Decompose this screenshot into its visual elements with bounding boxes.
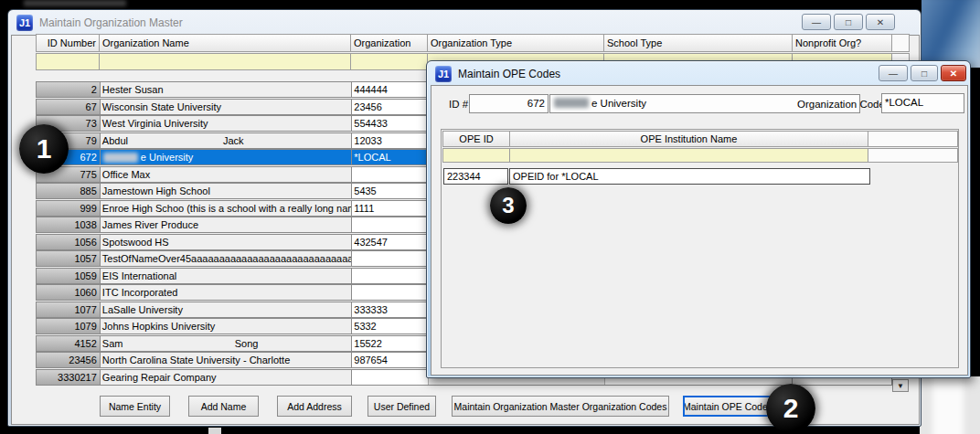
dialog-minimize-button[interactable]: — [879, 65, 908, 81]
desktop-wallpaper-blur [921, 0, 980, 68]
cell-organization-name[interactable]: EIS International [101, 269, 351, 283]
cell-organization-code[interactable]: 444444 [351, 82, 428, 97]
column-header-organization-code[interactable]: Organization Code [350, 34, 428, 52]
cell-organization-code[interactable]: 554433 [351, 116, 428, 131]
user-defined-button[interactable]: User Defined [368, 396, 436, 417]
dialog-close-button[interactable]: ✕ [941, 65, 966, 81]
cell-id-number[interactable]: 1056 [37, 235, 101, 249]
filter-input-id-number[interactable] [36, 53, 100, 70]
close-icon: ✕ [950, 69, 957, 79]
filter-input-organization-code[interactable] [350, 53, 428, 70]
cell-organization-name[interactable]: West Virginia University [101, 116, 351, 131]
column-header-school-type[interactable]: School Type [603, 34, 793, 52]
cell-organization-code[interactable]: 333333 [351, 302, 428, 317]
cell-organization-code[interactable]: 1111 [351, 201, 428, 216]
cell-organization-name[interactable]: LaSalle University [101, 302, 351, 317]
cell-id-number[interactable]: 4152 [37, 336, 101, 351]
column-header-ope-institution-name[interactable]: OPE Institution Name [509, 131, 868, 147]
cell-organization-name[interactable]: Sam Song [101, 336, 351, 351]
cell-organization-code[interactable]: 15522 [351, 336, 428, 351]
cell-organization-code[interactable]: 12033 [351, 133, 428, 148]
cell-organization-code[interactable]: 987654 [351, 353, 428, 367]
add-address-button[interactable]: Add Address [277, 396, 352, 417]
window-title: Maintain Organization Master [39, 16, 183, 29]
column-header-ope-id[interactable]: OPE ID [442, 131, 510, 147]
filter-input-organization-name[interactable] [99, 53, 351, 70]
minimize-button[interactable]: — [802, 14, 831, 30]
id-number-field[interactable]: 672 [469, 94, 549, 113]
add-name-button[interactable]: Add Name [188, 396, 259, 417]
cell-organization-name[interactable]: Jamestown High School [101, 184, 351, 198]
cell-id-number[interactable]: 2 [37, 82, 101, 97]
column-header-organization-type[interactable]: Organization Type [427, 34, 604, 52]
background-artifact [24, 0, 126, 6]
cell-organization-code[interactable]: 23456 [351, 100, 428, 114]
cell-organization-name[interactable]: Hester Susan [101, 82, 351, 97]
cell-organization-name[interactable]: TestOfNameOver45aaaaaaaaaaaaaaaaaaaaaaaa… [101, 251, 351, 266]
cell-organization-code[interactable]: 432547 [351, 235, 428, 249]
cell-organization-code[interactable] [351, 370, 428, 385]
organization-code-field[interactable]: *LOCAL [881, 93, 964, 113]
callout-1: 1 [19, 124, 69, 174]
cell-organization-code[interactable]: 5435 [351, 184, 428, 198]
cell-id-number[interactable]: 23456 [37, 353, 101, 367]
maintain-org-master-org-codes-button[interactable]: Maintain Organization Master Organizatio… [452, 396, 669, 417]
cell-organization-name[interactable]: Abdul Jack [101, 133, 351, 148]
minimize-icon: — [812, 17, 821, 27]
minimize-icon: — [889, 69, 898, 79]
redaction-blur [103, 153, 138, 163]
column-header-organization-name[interactable]: Organization Name [99, 34, 351, 52]
cell-ope-institution-name[interactable]: OPEID for *LOCAL [509, 168, 870, 185]
scrollbar-down-button[interactable]: ▼ [892, 379, 909, 392]
cell-organization-code[interactable] [351, 167, 428, 182]
cell-organization-name[interactable]: e University [101, 150, 351, 164]
filter-input-ope-institution-name[interactable] [509, 148, 868, 163]
callout-3: 3 [490, 187, 527, 224]
cell-id-number[interactable]: 1057 [37, 251, 101, 266]
background-artifact [208, 428, 221, 434]
cell-organization-code[interactable]: *LOCAL [351, 150, 428, 164]
cell-organization-name[interactable]: James River Produce [101, 217, 351, 232]
cell-organization-name[interactable]: Enroe High Schoo (this is a school with … [101, 201, 351, 216]
callout-2: 2 [766, 384, 815, 433]
cell-id-number[interactable]: 1077 [37, 302, 101, 317]
cell-organization-name[interactable]: Office Max [101, 167, 351, 182]
cell-id-number[interactable]: 885 [37, 184, 101, 198]
redaction-blur [554, 98, 589, 108]
name-entity-button[interactable]: Name Entity [100, 396, 170, 417]
cell-id-number[interactable]: 1038 [37, 217, 101, 232]
id-number-label: ID # [449, 99, 468, 110]
cell-organization-code[interactable] [351, 251, 428, 266]
cell-id-number[interactable]: 67 [37, 100, 101, 114]
cell-organization-name[interactable]: North Carolina State University - Charlo… [101, 353, 351, 367]
cell-id-number[interactable]: 999 [37, 201, 101, 216]
j1-app-icon: J1 [16, 15, 33, 31]
cell-organization-code[interactable] [351, 285, 428, 300]
desktop-window-blur [920, 376, 980, 434]
dialog-restore-button[interactable]: □ [911, 65, 938, 81]
cell-organization-code[interactable] [351, 217, 428, 232]
maximize-button[interactable]: □ [834, 14, 863, 30]
column-header-nonprofit-org[interactable]: Nonprofit Org? [792, 34, 892, 52]
ope-codes-list: OPE ID OPE Institution Name 223344OPEID … [441, 129, 959, 368]
title-bar[interactable]: J1 Maintain Organization Master [10, 12, 919, 34]
cell-organization-name[interactable]: Johns Hopkins University [101, 319, 351, 333]
column-header-filler [868, 131, 958, 147]
cell-organization-name[interactable]: Wisconsin State University [101, 100, 351, 114]
cell-organization-name[interactable]: Gearing Repair Company [101, 370, 351, 385]
cell-id-number[interactable]: 1060 [37, 285, 101, 300]
filter-input-ope-id[interactable] [442, 148, 510, 163]
cell-organization-name[interactable]: ITC Incorporated [101, 285, 351, 300]
cell-id-number[interactable]: 1059 [37, 269, 101, 283]
cell-organization-name[interactable]: Spotswood HS [101, 235, 351, 249]
column-header-id-number[interactable]: ID Number [36, 34, 100, 52]
filter-filler [868, 148, 958, 163]
cell-id-number[interactable]: 3330217 [37, 370, 101, 385]
cell-id-number[interactable]: 1079 [37, 319, 101, 333]
chevron-down-icon: ▼ [897, 382, 904, 390]
maintain-ope-codes-button[interactable]: Maintain OPE Codes [683, 396, 772, 417]
cell-organization-code[interactable]: 5332 [351, 319, 428, 333]
cell-organization-code[interactable] [351, 269, 428, 283]
cell-ope-id[interactable]: 223344 [443, 168, 508, 185]
close-button[interactable]: ✕ [866, 14, 895, 30]
